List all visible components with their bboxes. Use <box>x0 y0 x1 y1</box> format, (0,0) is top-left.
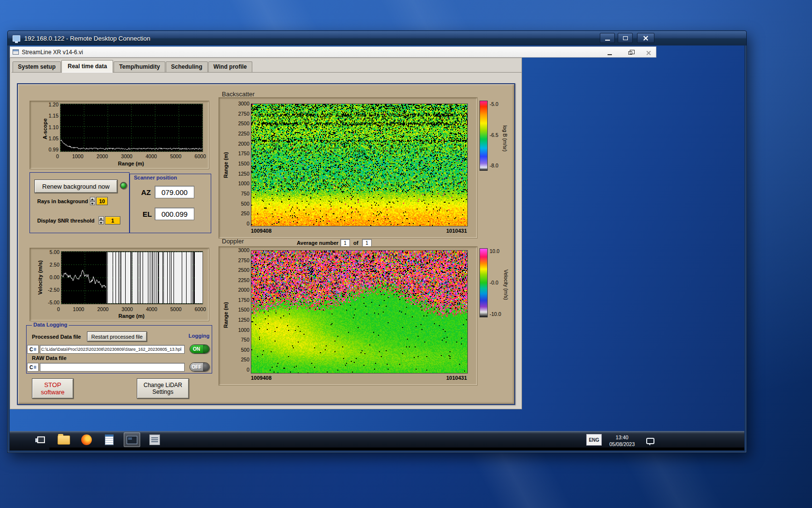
rdp-titlebar[interactable]: 192.168.0.122 - Remote Desktop Connectio… <box>8 31 746 45</box>
raw-logging-switch[interactable]: OFF <box>189 362 210 372</box>
doppler-y-axis-label: Range (m) <box>223 290 229 340</box>
backscatter-y-tick: 3000 <box>238 101 249 106</box>
clock-date: 05/08/2023 <box>605 441 639 448</box>
average-count-field[interactable]: 1 <box>362 239 372 247</box>
raw-path-drive-button[interactable]: C <box>27 363 39 372</box>
rdp-minimize-button[interactable] <box>600 33 615 43</box>
renew-background-button[interactable]: Renew background now <box>34 179 117 193</box>
backscatter-y-tick: 2000 <box>238 141 249 146</box>
switch-knob <box>203 345 209 353</box>
backscatter-x-end: 1010431 <box>446 228 467 234</box>
backscatter-colorbar-tick: -6.5 <box>490 133 498 137</box>
backscatter-y-tick: 2250 <box>238 131 249 136</box>
vi-window-body: System setupReal time dataTemp/humidityS… <box>10 58 522 409</box>
snr-spinner[interactable] <box>99 216 104 224</box>
backscatter-colorbar-ticks: -5.0-6.5-8.0 <box>490 102 503 168</box>
processed-data-file-label: Processed Data file <box>32 334 81 340</box>
stop-software-button[interactable]: STOP software <box>32 378 73 399</box>
notification-icon <box>646 438 654 444</box>
doppler-y-tick: 2500 <box>238 268 249 272</box>
el-value-field: 000.099 <box>155 208 194 220</box>
raw-path-field[interactable] <box>40 363 185 372</box>
backscatter-y-tick: 2750 <box>238 111 249 116</box>
scan-scheduler-button[interactable] <box>146 433 163 447</box>
processed-path-field[interactable]: C:\Lidar\Data\Proc\2023\202308\20230809\… <box>40 345 185 354</box>
doppler-y-tick: 2250 <box>238 278 249 283</box>
doppler-heatmap <box>251 250 468 374</box>
language-indicator[interactable]: ENG <box>586 434 602 446</box>
average-number-field[interactable]: 1 <box>340 239 350 247</box>
doppler-y-tick: 1000 <box>238 328 249 332</box>
tab-real-time-data[interactable]: Real time data <box>61 60 113 73</box>
tab-system-setup[interactable]: System setup <box>13 61 61 72</box>
velocity-plot <box>61 251 203 304</box>
app-minimize-button[interactable] <box>602 48 617 57</box>
backscatter-y-tick: 250 <box>241 211 249 216</box>
doppler-y-tick: 0 <box>246 367 249 372</box>
stop-button-line1: STOP <box>44 381 61 388</box>
processed-logging-switch[interactable]: ON <box>189 344 210 354</box>
rdp-maximize-button[interactable] <box>618 33 633 43</box>
velocity-y-tick: 2.50 <box>50 262 59 267</box>
task-view-button[interactable] <box>33 433 49 447</box>
notification-button[interactable] <box>642 433 658 448</box>
backscatter-colorbar-label: log B (m/sr) <box>502 104 508 174</box>
doppler-y-tick: 1750 <box>238 298 249 302</box>
tab-scheduling[interactable]: Scheduling <box>166 61 208 72</box>
taskbar: ENG 13:40 05/08/2023 <box>10 431 744 450</box>
change-lidar-settings-button[interactable]: Change LiDAR Settings <box>137 378 189 399</box>
scan-scheduler-icon <box>149 434 160 445</box>
of-label: of <box>353 240 358 246</box>
doppler-colorbar <box>479 248 488 317</box>
ascope-x-tick: 0 <box>56 153 59 159</box>
snr-value-field[interactable]: 1 <box>105 216 120 224</box>
stop-button-line2: software <box>41 388 64 396</box>
velocity-x-tick: 6000 <box>195 306 206 312</box>
ascope-y-tick: 0.99 <box>49 147 58 152</box>
raw-data-file-label: RAW Data file <box>32 355 67 361</box>
ascope-x-axis-label: Range (m) <box>83 161 179 166</box>
velocity-y-tick: 0.00 <box>50 275 59 280</box>
clock-time: 13:40 <box>605 434 639 441</box>
doppler-colorbar-tick: -0.0 <box>490 280 498 285</box>
app-titlebar[interactable]: StreamLine XR v14-6.vi <box>10 46 656 58</box>
task-view-icon <box>37 436 45 443</box>
rays-spinner[interactable] <box>90 197 95 205</box>
backscatter-y-tick: 1000 <box>238 181 249 186</box>
velocity-x-tick: 1000 <box>73 306 84 312</box>
backscatter-y-ticks: 3000275025002250200017501500125010007505… <box>229 101 249 226</box>
ascope-x-tick: 2000 <box>97 153 108 159</box>
backscatter-colorbar-tick: -8.0 <box>490 163 498 168</box>
ascope-x-tick: 3000 <box>121 153 132 159</box>
doppler-title: Doppler <box>222 238 244 245</box>
rays-value-field[interactable]: 10 <box>96 197 108 205</box>
doppler-y-tick: 250 <box>241 357 249 362</box>
tab-temp-humidity[interactable]: Temp/humidity <box>114 61 165 72</box>
velocity-x-tick: 4000 <box>146 306 157 312</box>
change-button-line2: Settings <box>152 388 173 395</box>
doppler-y-ticks: 3000275025002250200017501500125010007505… <box>229 248 249 372</box>
taskbar-clock[interactable]: 13:40 05/08/2023 <box>605 434 639 448</box>
velocity-x-axis-label: Range (m) <box>83 313 180 319</box>
backscatter-y-tick: 500 <box>241 201 249 206</box>
ascope-x-tick: 5000 <box>170 153 181 159</box>
tab-wind-profile[interactable]: Wind profile <box>208 61 252 72</box>
firefox-button[interactable] <box>78 433 95 447</box>
rdp-close-button[interactable] <box>637 33 654 43</box>
app-close-button[interactable] <box>641 48 656 57</box>
streamline-app-button[interactable] <box>124 433 140 447</box>
restart-processed-file-button[interactable]: Restart processed file <box>87 331 147 342</box>
backscatter-x-start: 1009408 <box>251 228 272 234</box>
file-explorer-button[interactable] <box>56 433 72 447</box>
snr-threshold-label: Display SNR threshold <box>37 218 95 224</box>
processed-path-drive-button[interactable]: C <box>27 345 39 354</box>
velocity-y-tick: 5.00 <box>50 250 59 254</box>
backscatter-y-tick: 750 <box>241 191 249 196</box>
streamline-app-icon <box>127 436 137 444</box>
text-editor-button[interactable] <box>101 433 117 447</box>
velocity-x-tick: 2000 <box>97 306 108 312</box>
az-value-field: 079.000 <box>155 186 194 198</box>
app-restore-button[interactable] <box>623 48 638 57</box>
drive-letter: C <box>29 347 33 352</box>
rays-in-background-label: Rays in background <box>37 198 88 204</box>
